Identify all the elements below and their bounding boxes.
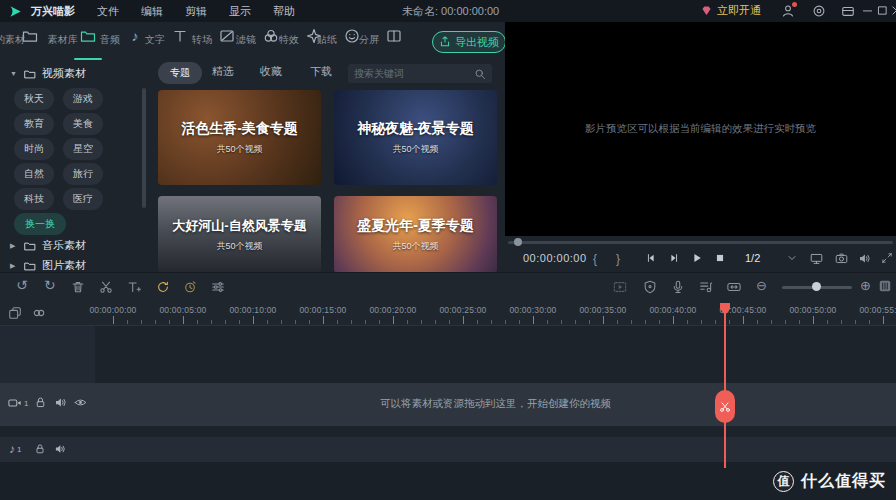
- mark-out-button[interactable]: }: [616, 252, 620, 266]
- playhead-handle[interactable]: [719, 302, 731, 316]
- tag-travel[interactable]: 旅行: [63, 163, 103, 185]
- tag-food[interactable]: 美食: [63, 113, 103, 135]
- previous-frame-button[interactable]: [645, 252, 657, 264]
- library-tab-featured[interactable]: 精选: [212, 64, 234, 79]
- maximize-button[interactable]: [876, 4, 889, 17]
- zoom-out-button[interactable]: ⊖: [756, 279, 767, 293]
- play-button[interactable]: [691, 252, 703, 264]
- shield-icon: [643, 280, 657, 294]
- menu-help[interactable]: 帮助: [273, 4, 295, 19]
- zoom-slider-handle[interactable]: [812, 282, 821, 291]
- chevron-down-icon: [786, 252, 798, 264]
- topic-card-summer[interactable]: 盛夏光年-夏季专题 共50个视频: [334, 196, 497, 273]
- seekbar-handle[interactable]: [514, 238, 522, 246]
- close-button[interactable]: [890, 4, 896, 17]
- tag-starry[interactable]: 星空: [63, 138, 103, 160]
- sidebar-scrollbar[interactable]: [142, 88, 146, 208]
- zoom-in-button[interactable]: ⊕: [860, 279, 871, 293]
- topic-card-nature[interactable]: 大好河山-自然风景专题 共50个视频: [158, 196, 321, 273]
- quick-split-button[interactable]: [715, 390, 735, 423]
- volume-button[interactable]: [858, 252, 871, 265]
- manage-tracks-button[interactable]: [8, 306, 22, 320]
- stop-icon: [714, 252, 726, 264]
- snapshot-button[interactable]: [835, 252, 848, 265]
- refresh-tags-button[interactable]: 换一换: [14, 213, 66, 235]
- stop-button[interactable]: [714, 252, 726, 264]
- preview-viewport[interactable]: 影片预览区可以根据当前编辑的效果进行实时预览: [505, 22, 896, 236]
- lock-track-button[interactable]: [34, 396, 47, 409]
- tag-game[interactable]: 游戏: [63, 88, 103, 110]
- ruler-major-ticks: [113, 316, 896, 324]
- mark-in-button[interactable]: {: [593, 252, 597, 266]
- fullscreen-button[interactable]: [881, 252, 893, 264]
- speaker-icon: [858, 252, 871, 265]
- save-button[interactable]: [841, 4, 855, 18]
- delete-button[interactable]: [71, 280, 85, 294]
- audio-track[interactable]: ♪ 1: [0, 437, 896, 462]
- export-video-button[interactable]: 导出视频: [432, 31, 506, 53]
- mute-track-button[interactable]: [54, 396, 67, 409]
- menu-file[interactable]: 文件: [97, 4, 119, 19]
- ruler-label: 00:00:05:00: [159, 305, 206, 315]
- minimize-button[interactable]: [861, 4, 874, 17]
- tag-medical[interactable]: 医疗: [63, 188, 103, 210]
- sidebar-item-image-materials[interactable]: ▶ 图片素材: [10, 258, 86, 273]
- render-preview-button[interactable]: [613, 280, 627, 294]
- next-frame-button[interactable]: [668, 252, 680, 264]
- add-text-button[interactable]: [127, 280, 141, 294]
- tag-fashion[interactable]: 时尚: [14, 138, 54, 160]
- tab-splitscreen[interactable]: 分屏: [369, 27, 419, 44]
- tag-nature[interactable]: 自然: [14, 163, 54, 185]
- app-logo-icon: [8, 4, 23, 19]
- diamond-icon: [700, 4, 713, 17]
- audio-mixer-button[interactable]: [699, 280, 713, 294]
- help-center-button[interactable]: [812, 4, 826, 18]
- tag-education[interactable]: 教育: [14, 113, 54, 135]
- quality-dropdown-button[interactable]: [786, 252, 798, 264]
- marker-button[interactable]: [643, 280, 657, 294]
- timeline-ruler[interactable]: 00:00:00:00 00:00:05:00 00:00:10:00 00:0…: [0, 302, 896, 326]
- topic-card-food[interactable]: 活色生香-美食专题 共50个视频: [158, 90, 321, 185]
- split-clip-button[interactable]: [99, 280, 113, 294]
- tag-tech[interactable]: 科技: [14, 188, 54, 210]
- library-panel: 专题 精选 收藏 下载 活色生香-美食专题 共50个视频 神秘夜魅-夜景专题 共…: [150, 60, 505, 275]
- tracks-empty-area: [0, 462, 896, 500]
- upgrade-button[interactable]: 立即开通: [700, 3, 761, 18]
- sliders-icon: [211, 280, 225, 294]
- mute-track-button[interactable]: [54, 443, 66, 455]
- redo-button[interactable]: ↻: [44, 277, 56, 293]
- next-frame-icon: [668, 252, 680, 264]
- account-button[interactable]: [781, 4, 795, 18]
- filmora-window: 万兴喵影 文件 编辑 剪辑 显示 帮助 未命名: 00:00:00:00 立即开…: [0, 0, 896, 500]
- menu-view[interactable]: 显示: [229, 4, 251, 19]
- library-tab-favorites[interactable]: 收藏: [260, 64, 282, 79]
- preview-quality-value[interactable]: 1/2: [745, 252, 760, 264]
- tag-autumn[interactable]: 秋天: [14, 88, 54, 110]
- split-icon: [386, 28, 402, 44]
- duration-button[interactable]: [183, 280, 197, 294]
- record-voiceover-button[interactable]: [671, 280, 685, 294]
- library-tab-downloads[interactable]: 下载: [310, 64, 332, 79]
- sidebar-item-music-materials[interactable]: ▶ 音乐素材: [10, 238, 86, 253]
- hide-track-button[interactable]: [74, 396, 87, 409]
- track-height-button[interactable]: [878, 279, 892, 293]
- link-clips-button[interactable]: [32, 306, 46, 320]
- menu-clip[interactable]: 剪辑: [185, 4, 207, 19]
- video-track[interactable]: 1 可以将素材或资源拖动到这里，开始创建你的视频: [0, 383, 896, 426]
- upgrade-label: 立即开通: [717, 3, 761, 18]
- fit-timeline-button[interactable]: [727, 280, 741, 294]
- search-input[interactable]: [348, 68, 474, 79]
- menu-edit[interactable]: 编辑: [141, 4, 163, 19]
- display-device-button[interactable]: [810, 252, 823, 265]
- ruler-label: 00:00:00:00: [89, 305, 136, 315]
- adjust-button[interactable]: [211, 280, 225, 294]
- speed-button[interactable]: [156, 280, 170, 294]
- track-header-column: [0, 326, 95, 383]
- preview-seekbar[interactable]: [508, 241, 893, 244]
- library-tab-topics[interactable]: 专题: [158, 62, 202, 84]
- sidebar-item-video-materials[interactable]: ▼ 视频素材: [10, 66, 86, 81]
- microphone-icon: [671, 280, 685, 294]
- lock-track-button[interactable]: [34, 443, 46, 455]
- topic-card-night[interactable]: 神秘夜魅-夜景专题 共50个视频: [334, 90, 497, 185]
- undo-button[interactable]: ↺: [16, 277, 28, 293]
